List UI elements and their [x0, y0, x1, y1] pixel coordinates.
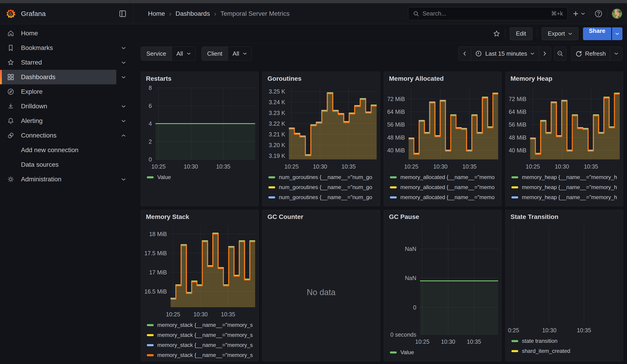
- chevron-down-icon[interactable]: [121, 119, 126, 122]
- chevron-down-icon[interactable]: [121, 178, 126, 181]
- chevron-down-icon[interactable]: [121, 47, 126, 50]
- help-button[interactable]: [594, 9, 603, 18]
- time-series-chart[interactable]: 8642010:2510:3010:35: [141, 85, 258, 171]
- svg-text:10:25: 10:25: [404, 163, 418, 170]
- sidebar-item-label: Home: [21, 30, 38, 37]
- chevron-down-icon[interactable]: [121, 61, 126, 64]
- panel-title[interactable]: Memory Heap: [506, 75, 623, 85]
- legend-item[interactable]: Value: [390, 347, 496, 357]
- time-series-chart[interactable]: 3.25 K3.24 K3.23 K3.22 K3.21 K3.20 K3.19…: [262, 85, 380, 171]
- legend-swatch: [390, 186, 397, 188]
- time-range-picker[interactable]: Last 15 minutes: [471, 47, 538, 60]
- svg-text:40 MiB: 40 MiB: [387, 147, 405, 154]
- time-back-button[interactable]: [459, 47, 471, 60]
- panel-title[interactable]: Restarts: [141, 75, 258, 85]
- legend-item[interactable]: memory_heap {__name__="memory_h: [511, 182, 618, 192]
- breadcrumb-dashboards[interactable]: Dashboards: [176, 10, 210, 17]
- service-variable-select[interactable]: All: [172, 47, 195, 60]
- time-controls: Last 15 minutes: [458, 47, 623, 61]
- sidebar-item-alerting[interactable]: Alerting: [2, 113, 116, 128]
- legend-item[interactable]: memory_heap {__name__="memory_h: [511, 202, 618, 203]
- share-button[interactable]: Share: [583, 27, 611, 40]
- legend-swatch: [511, 186, 518, 188]
- legend-item[interactable]: memory_allocated {__name__="memo: [390, 182, 496, 192]
- legend-item[interactable]: memory_heap {__name__="memory_h: [511, 192, 618, 202]
- svg-text:3.25 K: 3.25 K: [269, 88, 285, 95]
- sidebar-item-connections[interactable]: Connections: [2, 128, 116, 143]
- time-series-chart[interactable]: 72 MiB64 MiB56 MiB48 MiB40 MiB10:2510:30…: [384, 85, 501, 171]
- refresh-button[interactable]: Refresh: [571, 47, 610, 60]
- app-header: Grafana Home › Dashboards › Temporal Ser…: [0, 3, 627, 24]
- add-new-button[interactable]: [572, 10, 585, 17]
- panel-memory-allocated: Memory Allocated 72 MiB64 MiB56 MiB48 Mi…: [384, 72, 502, 206]
- time-series-chart[interactable]: 0:2510:3010:35: [506, 223, 623, 335]
- client-variable-select[interactable]: All: [228, 47, 252, 60]
- chevron-down-icon[interactable]: [121, 76, 126, 79]
- sidebar-item-label: Add new connection: [21, 146, 78, 154]
- favorite-star-icon[interactable]: [493, 30, 500, 38]
- sidebar-item-data-sources[interactable]: Data sources: [2, 157, 116, 172]
- breadcrumb-home[interactable]: Home: [148, 10, 165, 17]
- sidebar-item-bookmarks[interactable]: Bookmarks: [2, 41, 116, 55]
- svg-text:3.20 K: 3.20 K: [269, 142, 285, 148]
- legend-item[interactable]: num_goroutines {__name__="num_go: [268, 172, 375, 182]
- sidebar-item-administration[interactable]: Administration: [2, 172, 116, 187]
- legend-item[interactable]: memory_stack {__name__="memory_s: [147, 330, 253, 340]
- time-series-chart[interactable]: NaNNaN00 seconds10:2510:3010:35: [384, 223, 501, 346]
- zoom-out-button[interactable]: [554, 47, 566, 60]
- sidebar-item-dashboards[interactable]: Dashboards: [2, 70, 116, 84]
- time-series-chart[interactable]: 72 MiB64 MiB56 MiB48 MiB40 MiB10:2510:30…: [506, 85, 623, 171]
- time-range-label: Last 15 minutes: [485, 50, 527, 57]
- sidebar-item-add-new-connection[interactable]: Add new connection: [2, 143, 116, 157]
- bell-icon: [7, 117, 15, 124]
- refresh-interval-dropdown[interactable]: [610, 47, 622, 60]
- legend-item[interactable]: num_goroutines {__name__="num_go: [268, 192, 375, 202]
- sidebar-item-explore[interactable]: Explore: [2, 84, 116, 99]
- legend-item[interactable]: memory_allocated {__name__="memo: [390, 202, 496, 203]
- legend-item[interactable]: memory_stack {__name__="memory_s: [147, 320, 253, 330]
- clock-icon: [475, 50, 482, 57]
- panel-title[interactable]: Memory Stack: [141, 213, 258, 223]
- dashboard-controls: Service All Client All: [133, 43, 627, 61]
- legend-label: state transition: [522, 338, 558, 344]
- legend-item[interactable]: memory_allocated {__name__="memo: [390, 192, 496, 202]
- user-avatar[interactable]: [612, 9, 622, 19]
- svg-text:72 MiB: 72 MiB: [509, 96, 526, 102]
- svg-text:10:35: 10:35: [577, 327, 591, 333]
- legend-item[interactable]: Value: [147, 172, 253, 182]
- edit-button[interactable]: Edit: [510, 27, 532, 40]
- legend-item[interactable]: memory_stack {__name__="memory_s: [147, 350, 253, 360]
- time-series-chart[interactable]: 18 MiB17.5 MiB17 MiB16.5 MiB10:2510:3010…: [141, 223, 258, 319]
- chevron-down-icon: [581, 12, 585, 15]
- legend-item[interactable]: shard_item_created: [511, 346, 618, 356]
- time-forward-button[interactable]: [538, 47, 551, 60]
- search-input[interactable]: Search... ⌘+k: [408, 7, 568, 20]
- sidebar-item-starred[interactable]: Starred: [2, 55, 116, 70]
- legend-item[interactable]: num_goroutines {__name__="num_go: [268, 202, 375, 203]
- chevron-up-icon[interactable]: [121, 134, 126, 137]
- share-dropdown-button[interactable]: [612, 27, 623, 40]
- panel-title[interactable]: GC Pause: [384, 213, 501, 223]
- sidebar-toggle-icon[interactable]: [119, 10, 126, 18]
- panel-title[interactable]: GC Counter: [262, 213, 380, 223]
- legend-swatch: [147, 324, 154, 326]
- panel-title[interactable]: Memory Allocated: [384, 75, 501, 85]
- chevron-down-icon[interactable]: [121, 105, 126, 108]
- grafana-logo-icon[interactable]: [5, 8, 16, 19]
- svg-text:NaN: NaN: [405, 275, 416, 281]
- legend-item[interactable]: memory_stack {__name__="memory_s: [147, 340, 253, 350]
- legend-item[interactable]: memory_allocated {__name__="memo: [390, 172, 496, 182]
- export-button[interactable]: Export: [542, 27, 578, 40]
- legend-item[interactable]: state transition: [511, 336, 618, 346]
- legend-swatch: [147, 334, 154, 336]
- svg-text:6: 6: [149, 103, 152, 109]
- legend-item[interactable]: memory_heap {__name__="memory_h: [511, 172, 618, 182]
- sidebar-item-home[interactable]: Home: [2, 26, 116, 41]
- legend-item[interactable]: num_goroutines {__name__="num_go: [268, 182, 375, 192]
- svg-text:0:25: 0:25: [508, 327, 519, 333]
- panel-title[interactable]: Goroutines: [262, 75, 380, 85]
- sidebar-item-label: Administration: [21, 176, 61, 183]
- svg-text:10:30: 10:30: [184, 163, 198, 170]
- sidebar-item-drilldown[interactable]: Drilldown: [2, 99, 116, 113]
- panel-title[interactable]: State Transition: [506, 213, 623, 223]
